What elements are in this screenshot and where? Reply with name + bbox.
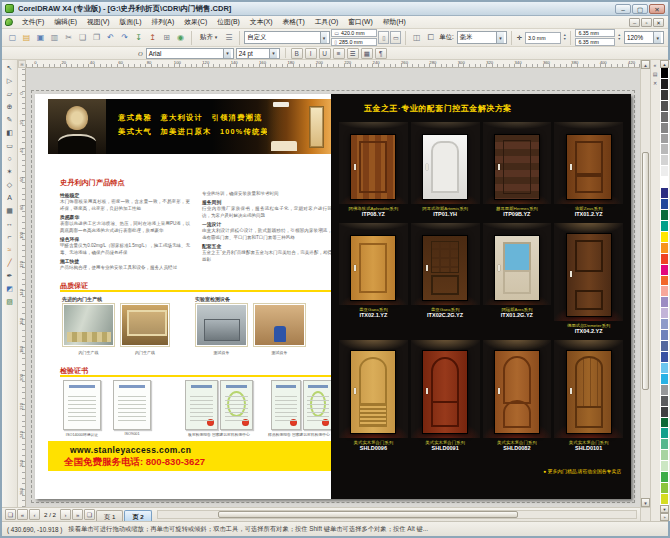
palette-swatch[interactable] <box>660 101 669 112</box>
palette-swatch[interactable] <box>660 352 669 363</box>
vertical-ruler[interactable]: 020406080100120140160180200220240260280 <box>18 68 26 507</box>
menu-item[interactable]: 窗口(W) <box>343 16 378 28</box>
dimension-tool[interactable]: ↔ <box>3 218 16 230</box>
palette-swatch[interactable] <box>660 112 669 123</box>
nudge-offset-field[interactable]: 3.0 mm <box>525 32 561 44</box>
blend-tool[interactable]: ≈ <box>3 244 16 256</box>
document-page[interactable]: 意式典雅 意大利设计 引领消费潮流 美式大气 加美进口原木 100%传统美式工艺… <box>35 94 631 499</box>
horizontal-scrollbar[interactable] <box>157 510 637 519</box>
duplicate-x-field[interactable]: 6.35 mm <box>575 29 615 37</box>
drawing-canvas[interactable]: 意式典雅 意大利设计 引领消费潮流 美式大气 加美进口原木 100%传统美式工艺… <box>26 68 640 507</box>
palette-swatch[interactable] <box>660 450 669 461</box>
bullets-button[interactable]: ☰ <box>347 48 359 59</box>
duplicate-y-field[interactable]: 6.35 mm <box>575 38 615 46</box>
palette-swatch[interactable] <box>660 79 669 90</box>
palette-swatch[interactable] <box>660 461 669 472</box>
menu-item[interactable]: 表格(T) <box>278 16 310 28</box>
bold-button[interactable]: B <box>291 48 303 59</box>
rectangle-tool[interactable]: ▭ <box>3 140 16 152</box>
paper-preset-select[interactable]: 自定义▾ <box>244 31 330 44</box>
door-item[interactable]: 盖亚Gaea系列 ITX02.1.YZ <box>339 223 408 334</box>
connector-tool[interactable]: ⌐ <box>3 231 16 243</box>
undo-icon[interactable]: ↶ <box>104 31 117 45</box>
palette-swatch[interactable] <box>660 68 669 79</box>
snap-to-button[interactable]: 贴齐 ▾ <box>196 32 221 43</box>
landscape-button[interactable]: ▭ <box>390 31 401 44</box>
fill-tool[interactable]: ◩ <box>3 283 16 295</box>
open-icon[interactable]: ▤ <box>20 31 33 45</box>
palette-swatch[interactable] <box>660 265 669 276</box>
palette-swatch[interactable] <box>660 286 669 297</box>
palette-swatch[interactable] <box>660 483 669 494</box>
docker-collapse-icon[interactable]: « <box>654 62 657 68</box>
door-item[interactable]: 阿耳忒弥斯Artemis系列 ITP01.YH <box>411 122 480 217</box>
first-page-button[interactable]: « <box>17 509 28 520</box>
palette-swatch[interactable] <box>660 428 669 439</box>
font-select[interactable]: Arial▾ <box>146 48 234 59</box>
docker-strip[interactable]: « ▤ ✕ <box>650 60 659 521</box>
menu-item[interactable]: 文本(X) <box>245 16 278 28</box>
docker-tab-icon[interactable]: ▤ <box>653 71 658 77</box>
document-close-button[interactable]: ✕ <box>653 18 664 27</box>
underline-button[interactable]: U <box>319 48 331 59</box>
menu-item[interactable]: 位图(B) <box>212 16 245 28</box>
door-item[interactable]: 德墨忒尔Demeter系列 ITX04.2.YZ <box>554 223 623 334</box>
door-item[interactable]: 美式实木复合门系列 SHLD0096 <box>339 340 408 451</box>
nudge-spinner[interactable]: ▲▼ <box>563 34 566 41</box>
basic-shapes-tool[interactable]: ◇ <box>3 179 16 191</box>
palette-swatch[interactable] <box>660 472 669 483</box>
palette-swatch[interactable] <box>660 439 669 450</box>
palette-swatch[interactable] <box>660 418 669 429</box>
current-page-icon[interactable]: ⧠ <box>424 31 437 45</box>
all-pages-icon[interactable]: ◫ <box>410 31 423 45</box>
alignment-button[interactable]: ≡ <box>333 48 345 59</box>
palette-scroll-down[interactable]: ▼ <box>660 505 669 513</box>
close-button[interactable]: ✕ <box>649 4 665 14</box>
ellipse-tool[interactable]: ○ <box>3 153 16 165</box>
palette-swatch[interactable] <box>660 155 669 166</box>
palette-expand[interactable]: » <box>660 513 669 521</box>
menu-item[interactable]: 编辑(E) <box>49 16 82 28</box>
palette-swatch[interactable] <box>660 396 669 407</box>
palette-swatch[interactable] <box>660 374 669 385</box>
palette-swatch[interactable] <box>660 385 669 396</box>
palette-swatch[interactable] <box>660 166 669 177</box>
print-icon[interactable]: ▥ <box>48 31 61 45</box>
menu-item[interactable]: 视图(V) <box>82 16 115 28</box>
paper-height-field[interactable]: ▯285.0 mm <box>331 38 377 46</box>
italic-button[interactable]: I <box>305 48 317 59</box>
page-tab-1[interactable]: 页 1 <box>96 510 123 522</box>
palette-swatch[interactable] <box>660 341 669 352</box>
palette-swatch[interactable] <box>660 319 669 330</box>
scroll-up-arrow[interactable]: ▲ <box>641 60 650 69</box>
polygon-tool[interactable]: ✶ <box>3 166 16 178</box>
page-tab-2[interactable]: 页 2 <box>124 510 151 522</box>
next-page-button[interactable]: › <box>60 509 71 520</box>
scroll-down-arrow[interactable]: ▼ <box>641 498 650 507</box>
maximize-button[interactable]: ▢ <box>632 4 648 14</box>
freehand-tool[interactable]: ✎ <box>3 114 16 126</box>
palette-swatch[interactable] <box>660 90 669 101</box>
palette-swatch[interactable] <box>660 243 669 254</box>
left-page[interactable]: 意式典雅 意大利设计 引领消费潮流 美式大气 加美进口原木 100%传统美式工艺… <box>35 94 331 499</box>
door-item[interactable]: 阿佛洛狄忒Aphrodite系列 ITP08.YZ <box>339 122 408 217</box>
paper-width-field[interactable]: ▭420.0 mm <box>331 29 377 37</box>
zoom-level-select[interactable]: 120%▾ <box>624 31 664 44</box>
palette-swatch[interactable] <box>660 123 669 134</box>
table-tool[interactable]: ▦ <box>3 205 16 217</box>
interactive-fill-tool[interactable]: ▨ <box>3 296 16 308</box>
import-icon[interactable]: ↧ <box>132 31 145 45</box>
palette-swatch[interactable] <box>660 494 669 505</box>
palette-swatch[interactable] <box>660 232 669 243</box>
menu-item[interactable]: 文件(F) <box>17 16 49 28</box>
palette-swatch[interactable] <box>660 254 669 265</box>
units-select[interactable]: 毫米▾ <box>457 31 507 44</box>
door-item[interactable]: 美式实木复合门系列 SHLD0082 <box>483 340 552 451</box>
paragraph-button[interactable]: ¶ <box>375 48 387 59</box>
smart-fill-tool[interactable]: ◧ <box>3 127 16 139</box>
eyedropper-tool[interactable]: ╱ <box>3 257 16 269</box>
paste-icon[interactable]: ❐ <box>90 31 103 45</box>
add-page-after-button[interactable]: ❏ <box>84 509 95 520</box>
palette-scroll-up[interactable]: ▲ <box>660 60 669 68</box>
palette-swatch[interactable] <box>660 177 669 188</box>
